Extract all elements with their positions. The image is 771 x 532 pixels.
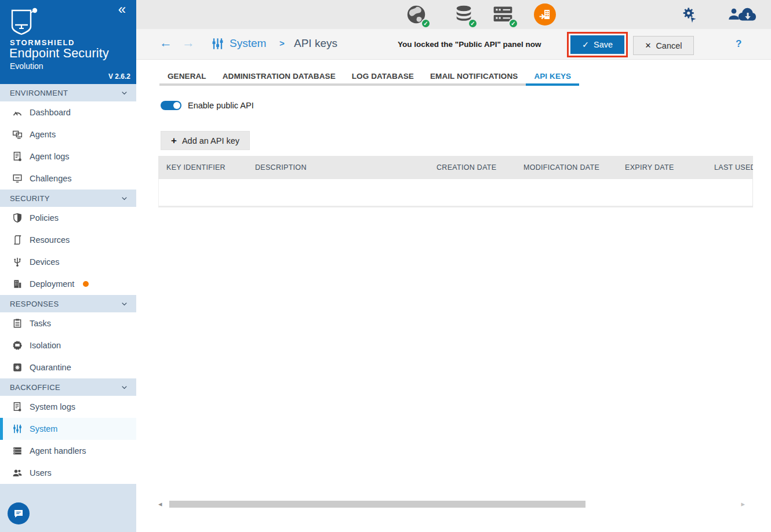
plus-icon: + bbox=[171, 135, 177, 147]
add-api-key-label: Add an API key bbox=[182, 136, 239, 145]
sidebar-item-deployment[interactable]: Deployment bbox=[0, 273, 136, 295]
chat-button[interactable] bbox=[8, 502, 30, 524]
server-status-icon[interactable]: ✓ bbox=[491, 3, 515, 25]
column-header-key-identifier[interactable]: KEY IDENTIFIER bbox=[158, 163, 247, 172]
column-header-last-used[interactable]: LAST USED bbox=[706, 163, 753, 172]
scrollbar-thumb[interactable] bbox=[169, 501, 585, 508]
api-keys-table: KEY IDENTIFIERDESCRIPTIONCREATION DATEMO… bbox=[158, 156, 753, 207]
stormshield-logo-icon bbox=[9, 8, 39, 35]
status-ok-badge: ✓ bbox=[468, 19, 478, 28]
sidebar-item-isolation[interactable]: Isolation bbox=[0, 334, 136, 356]
chevron-down-icon bbox=[120, 194, 129, 203]
nav-forward-icon[interactable]: → bbox=[182, 35, 195, 50]
cloud-download-icon[interactable] bbox=[737, 6, 758, 23]
collapse-sidebar-icon[interactable]: « bbox=[118, 1, 126, 17]
enable-public-api-toggle[interactable] bbox=[161, 101, 181, 110]
scroll-right-icon[interactable]: ▸ bbox=[741, 500, 745, 508]
database-status-icon[interactable]: ✓ bbox=[453, 3, 474, 25]
sidebar-section-environment[interactable]: ENVIRONMENT bbox=[0, 84, 136, 101]
lock-notice: You locked the "Public API" panel now bbox=[398, 40, 541, 49]
column-header-creation-date[interactable]: CREATION DATE bbox=[428, 163, 515, 172]
sidebar-item-label: Users bbox=[30, 468, 52, 478]
tab-log-database[interactable]: LOG DATABASE bbox=[344, 68, 422, 86]
tab-api-keys[interactable]: API KEYS bbox=[526, 68, 579, 86]
sidebar-section-backoffice[interactable]: BACKOFFICE bbox=[0, 378, 136, 396]
tab-email-notifications[interactable]: EMAIL NOTIFICATIONS bbox=[422, 68, 526, 86]
scroll-left-icon[interactable]: ◂ bbox=[158, 500, 162, 508]
breadcrumb-bar: ← → System > API keys You locked the "Pu… bbox=[136, 29, 771, 60]
column-header-modification-date[interactable]: MODIFICATION DATE bbox=[515, 163, 617, 172]
agent-handlers-icon bbox=[12, 446, 23, 456]
cancel-button[interactable]: ✕ Cancel bbox=[633, 36, 694, 55]
sidebar-item-label: Policies bbox=[30, 213, 59, 223]
challenges-icon bbox=[12, 173, 23, 184]
resources-icon bbox=[12, 235, 23, 245]
breadcrumb-current: API keys bbox=[294, 37, 337, 50]
section-label: ENVIRONMENT bbox=[10, 89, 120, 97]
section-label: SECURITY bbox=[10, 194, 120, 203]
save-label: Save bbox=[594, 40, 613, 49]
chevron-down-icon bbox=[120, 383, 129, 392]
sidebar-item-label: System bbox=[30, 424, 57, 433]
dashboard-icon bbox=[12, 107, 23, 118]
sidebar-item-agents[interactable]: Agents bbox=[0, 123, 136, 145]
sidebar-item-dashboard[interactable]: Dashboard bbox=[0, 101, 136, 123]
sidebar-item-label: Devices bbox=[30, 257, 60, 267]
sidebar-item-label: Quarantine bbox=[30, 363, 71, 372]
sidebar-item-agent-logs[interactable]: Agent logs bbox=[0, 145, 136, 167]
sidebar-item-resources[interactable]: Resources bbox=[0, 229, 136, 251]
sidebar-footer bbox=[0, 484, 136, 532]
deployment-icon bbox=[12, 279, 23, 289]
chat-bubble-icon bbox=[13, 508, 24, 519]
nav-back-icon[interactable]: ← bbox=[159, 35, 172, 50]
x-icon: ✕ bbox=[645, 41, 651, 50]
sidebar-item-agent-handlers[interactable]: Agent handlers bbox=[0, 440, 136, 462]
public-api-toggle-row: Enable public API bbox=[161, 101, 771, 110]
breadcrumb-separator: > bbox=[279, 38, 285, 48]
product-version: V 2.6.2 bbox=[108, 72, 130, 81]
system-logs-icon bbox=[12, 402, 23, 412]
table-header-row: KEY IDENTIFIERDESCRIPTIONCREATION DATEMO… bbox=[158, 156, 753, 179]
deployment-alert-icon[interactable] bbox=[534, 3, 556, 25]
product-edition: Evolution bbox=[10, 61, 43, 71]
main-content: GENERALADMINISTRATION DATABASELOG DATABA… bbox=[136, 60, 771, 532]
system-icon bbox=[12, 424, 23, 434]
services-gear-icon[interactable] bbox=[681, 6, 698, 23]
status-ok-badge: ✓ bbox=[421, 19, 431, 28]
toggle-label: Enable public API bbox=[188, 101, 254, 110]
sidebar-item-tasks[interactable]: Tasks bbox=[0, 312, 136, 334]
sidebar-item-label: Dashboard bbox=[30, 108, 71, 117]
sidebar-item-label: Agent handlers bbox=[30, 446, 86, 456]
help-button[interactable]: ? bbox=[736, 38, 741, 50]
check-icon: ✓ bbox=[582, 40, 589, 49]
deployment-alert-circle bbox=[534, 3, 556, 25]
section-label: RESPONSES bbox=[10, 300, 120, 308]
sidebar-item-challenges[interactable]: Challenges bbox=[0, 167, 136, 190]
sidebar-item-policies[interactable]: Policies bbox=[0, 207, 136, 229]
tab-general[interactable]: GENERAL bbox=[159, 68, 214, 86]
sidebar-item-users[interactable]: Users bbox=[0, 462, 136, 484]
add-api-key-button[interactable]: + Add an API key bbox=[161, 131, 250, 150]
agents-icon bbox=[12, 129, 23, 140]
tab-administration-database[interactable]: ADMINISTRATION DATABASE bbox=[214, 68, 344, 86]
sidebar-item-label: Agent logs bbox=[30, 152, 70, 161]
users-icon bbox=[12, 468, 23, 478]
breadcrumb-parent[interactable]: System bbox=[230, 37, 266, 50]
save-button[interactable]: ✓ Save bbox=[570, 35, 624, 54]
column-header-expiry-date[interactable]: EXPIRY DATE bbox=[617, 163, 706, 172]
sidebar-item-system-logs[interactable]: System logs bbox=[0, 396, 136, 418]
policies-icon bbox=[12, 213, 23, 223]
globe-status-icon[interactable]: ✓ bbox=[405, 3, 427, 25]
sidebar-item-label: Challenges bbox=[30, 174, 72, 183]
sidebar-item-system[interactable]: System bbox=[0, 418, 136, 440]
column-header-description[interactable]: DESCRIPTION bbox=[247, 163, 428, 172]
sidebar-section-responses[interactable]: RESPONSES bbox=[0, 295, 136, 312]
sidebar-section-security[interactable]: SECURITY bbox=[0, 190, 136, 207]
brand-name: STORMSHIELD bbox=[10, 38, 75, 47]
agent-logs-icon bbox=[12, 151, 23, 162]
sidebar-item-devices[interactable]: Devices bbox=[0, 251, 136, 273]
sidebar-item-quarantine[interactable]: Quarantine bbox=[0, 356, 136, 378]
save-annotation-box: ✓ Save bbox=[567, 32, 628, 57]
devices-icon bbox=[12, 257, 23, 267]
sidebar-item-label: System logs bbox=[30, 402, 75, 411]
